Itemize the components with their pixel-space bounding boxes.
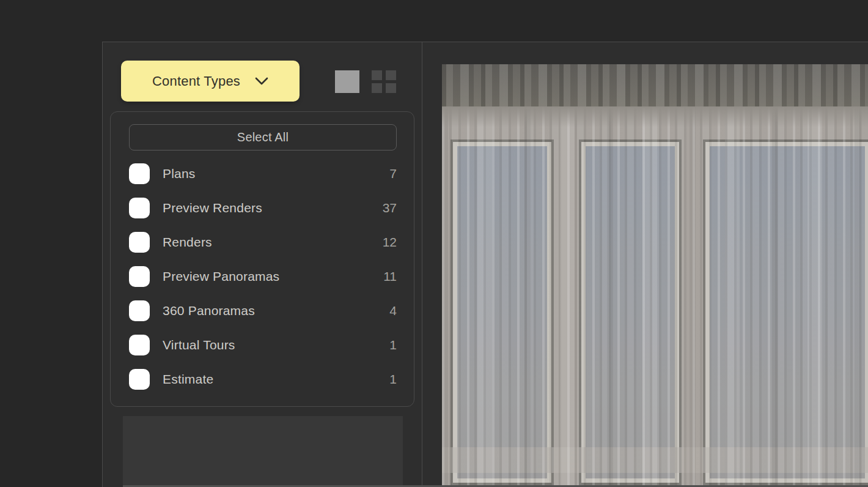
render-preview-image[interactable] bbox=[442, 64, 868, 485]
filter-row-preview-panoramas[interactable]: Preview Panoramas 11 bbox=[129, 266, 397, 287]
filter-row-preview-renders[interactable]: Preview Renders 37 bbox=[129, 198, 397, 218]
curtain-header bbox=[442, 64, 868, 106]
filter-label: Estimate bbox=[163, 372, 213, 387]
single-view-icon[interactable] bbox=[335, 70, 359, 93]
content-browser-panel: Content Types Select All Plans 7 bbox=[102, 42, 868, 487]
grid-square bbox=[372, 83, 382, 93]
app-root: Content Types Select All Plans 7 bbox=[0, 0, 868, 487]
filter-label: Preview Renders bbox=[163, 201, 262, 215]
filter-count: 11 bbox=[383, 269, 397, 284]
filter-row-360-panoramas[interactable]: 360 Panoramas 4 bbox=[129, 300, 397, 321]
filter-count: 37 bbox=[383, 201, 397, 215]
filter-row-renders[interactable]: Renders 12 bbox=[129, 232, 397, 253]
select-all-button[interactable]: Select All bbox=[129, 124, 397, 151]
filter-label: Preview Panoramas bbox=[163, 269, 279, 284]
checkbox[interactable] bbox=[129, 335, 150, 355]
sidebar-thumbnail-placeholder bbox=[123, 416, 403, 487]
chevron-down-icon bbox=[255, 77, 268, 85]
sheer-curtain-overlay bbox=[442, 64, 868, 485]
filter-row-plans[interactable]: Plans 7 bbox=[129, 163, 397, 184]
content-types-label: Content Types bbox=[152, 73, 240, 89]
filter-label: Plans bbox=[163, 166, 196, 181]
filter-label: Virtual Tours bbox=[163, 338, 235, 352]
checkbox[interactable] bbox=[129, 198, 150, 218]
view-toggle-group bbox=[335, 70, 397, 93]
grid-square bbox=[386, 70, 396, 80]
filter-count: 12 bbox=[383, 235, 397, 250]
grid-square bbox=[386, 83, 396, 93]
filter-row-estimate[interactable]: Estimate 1 bbox=[129, 369, 397, 390]
content-type-filter-box: Select All Plans 7 Preview Renders 37 bbox=[110, 111, 414, 407]
checkbox[interactable] bbox=[129, 266, 150, 287]
checkbox[interactable] bbox=[129, 369, 150, 390]
filter-sidebar: Content Types Select All Plans 7 bbox=[103, 42, 422, 487]
curtain-header-fade bbox=[442, 106, 868, 127]
checkbox[interactable] bbox=[129, 163, 150, 184]
checkbox[interactable] bbox=[129, 232, 150, 253]
content-types-dropdown[interactable]: Content Types bbox=[121, 61, 300, 102]
filter-list: Plans 7 Preview Renders 37 Renders 12 bbox=[111, 163, 414, 390]
filter-count: 1 bbox=[389, 372, 397, 387]
filter-label: 360 Panoramas bbox=[163, 303, 255, 318]
filter-row-virtual-tours[interactable]: Virtual Tours 1 bbox=[129, 335, 397, 355]
filter-count: 7 bbox=[389, 166, 397, 181]
checkbox[interactable] bbox=[129, 300, 150, 321]
grid-view-icon[interactable] bbox=[372, 70, 397, 93]
filter-count: 1 bbox=[389, 338, 397, 352]
filter-label: Renders bbox=[163, 235, 212, 250]
grid-square bbox=[372, 70, 382, 80]
filter-count: 4 bbox=[389, 303, 397, 318]
